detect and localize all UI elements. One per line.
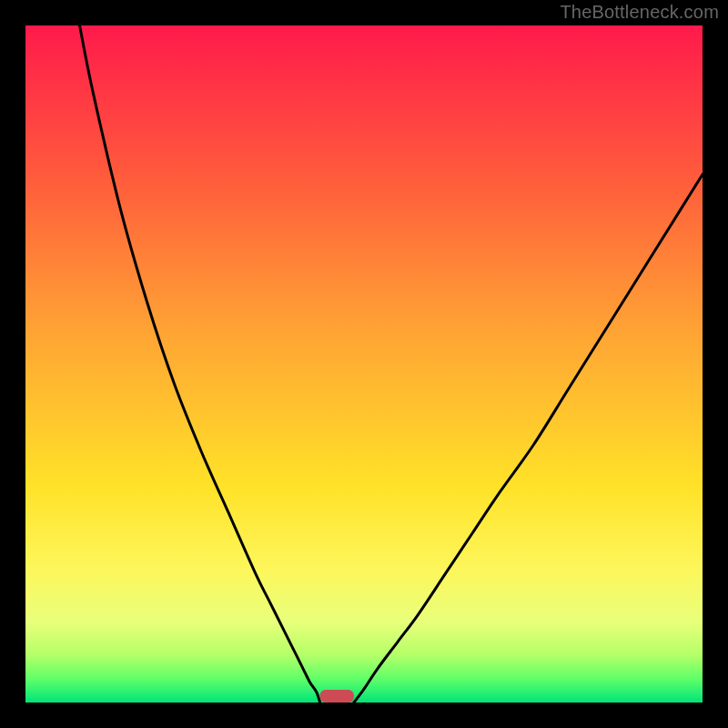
plot-area bbox=[25, 25, 703, 703]
bottleneck-marker bbox=[320, 690, 354, 703]
gradient-background bbox=[25, 25, 703, 703]
chart-frame: TheBottleneck.com bbox=[0, 0, 728, 728]
watermark-label: TheBottleneck.com bbox=[560, 2, 719, 23]
chart-svg bbox=[25, 25, 703, 703]
